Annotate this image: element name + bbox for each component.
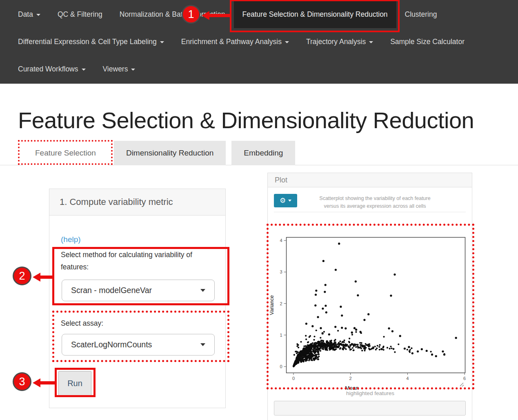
assay-select-value: ScaterLogNormCounts: [71, 340, 152, 349]
plot-panel: Plot ⚙ Scatterplot showing the variabili…: [267, 173, 472, 420]
svg-text:6: 6: [463, 376, 466, 381]
tab-dimensionality-reduction[interactable]: Dimensionality Reduction: [114, 141, 226, 165]
svg-text:0: 0: [292, 376, 295, 381]
panel-title: 1. Compute variability metric: [49, 189, 225, 216]
tab-embedding[interactable]: Embedding: [231, 141, 295, 165]
run-button[interactable]: Run: [58, 371, 91, 396]
method-select-value: Scran - modelGeneVar: [71, 286, 152, 295]
svg-text:3: 3: [280, 269, 282, 274]
nav-item-active[interactable]: Feature Selection & Dimensionality Reduc…: [234, 1, 396, 28]
chevron-down-icon: [131, 69, 135, 71]
tab-feature-selection[interactable]: Feature Selection: [23, 141, 108, 165]
nav-item-sample-size-calculator[interactable]: Sample Size Calculator: [382, 28, 473, 56]
main-navbar: DataQC & FilteringNormalization & Batch …: [0, 0, 518, 84]
assay-select-label: Select assay:: [61, 317, 221, 329]
chevron-down-icon: [285, 41, 289, 43]
assay-select[interactable]: ScaterLogNormCounts: [62, 334, 215, 356]
chevron-down-icon: [288, 200, 291, 202]
nav-item-viewers[interactable]: Viewers: [94, 56, 144, 83]
variance-mean-scatterplot: 024601234MeanVariance: [268, 229, 472, 392]
chevron-down-icon: [82, 69, 86, 71]
method-select[interactable]: Scran - modelGeneVar: [62, 280, 215, 301]
highlighted-features-input[interactable]: [274, 401, 466, 416]
svg-text:2: 2: [280, 301, 282, 306]
chevron-down-icon: [36, 14, 40, 16]
callout-arrow-icon: [33, 273, 40, 282]
svg-text:1: 1: [280, 333, 282, 338]
chevron-down-icon: [200, 289, 205, 292]
nav-item-normalization-batch-correction[interactable]: Normalization & Batch Correction: [111, 1, 234, 28]
chevron-down-icon: [200, 343, 205, 346]
plot-description: Scatterplot showing the variability of e…: [315, 195, 435, 211]
callout-arrow-icon: [33, 378, 40, 387]
svg-text:0: 0: [280, 364, 282, 369]
tab-bar: Feature SelectionDimensionality Reductio…: [23, 141, 301, 165]
svg-text:4: 4: [406, 376, 409, 381]
nav-item-clustering[interactable]: Clustering: [396, 1, 446, 28]
nav-item-curated-workflows[interactable]: Curated Workflows: [9, 56, 94, 83]
nav-item-differential-expression-cell-type-labeling[interactable]: Differential Expression & Cell Type Labe…: [9, 28, 173, 56]
callout-number-2: 2: [13, 267, 31, 285]
help-link[interactable]: (help): [61, 235, 81, 244]
gear-icon: ⚙: [280, 197, 286, 204]
plot-settings-button[interactable]: ⚙: [274, 194, 297, 207]
page-title: Feature Selection & Dimensionality Reduc…: [18, 107, 474, 133]
highlighted-features-label: highlighted features: [268, 390, 473, 396]
compute-variability-panel: 1. Compute variability metric (help) Sel…: [49, 189, 226, 408]
nav-item-qc-filtering[interactable]: QC & Filtering: [49, 1, 111, 28]
divider: [274, 212, 466, 212]
plot-panel-title: Plot: [268, 173, 472, 187]
chevron-down-icon: [160, 41, 164, 43]
chevron-down-icon: [369, 41, 373, 43]
svg-text:2: 2: [349, 376, 352, 381]
nav-item-trajectory-analysis[interactable]: Trajectory Analysis: [298, 28, 382, 56]
method-select-label: Select method for calculating variabilit…: [61, 249, 221, 273]
nav-item-data[interactable]: Data: [9, 1, 49, 28]
nav-item-enrichment-pathway-analysis[interactable]: Enrichment & Pathway Analysis: [173, 28, 298, 56]
svg-text:4: 4: [280, 238, 282, 243]
resize-handle-icon[interactable]: [459, 381, 464, 389]
svg-text:Variance: Variance: [269, 295, 275, 315]
callout-number-3: 3: [13, 372, 31, 391]
